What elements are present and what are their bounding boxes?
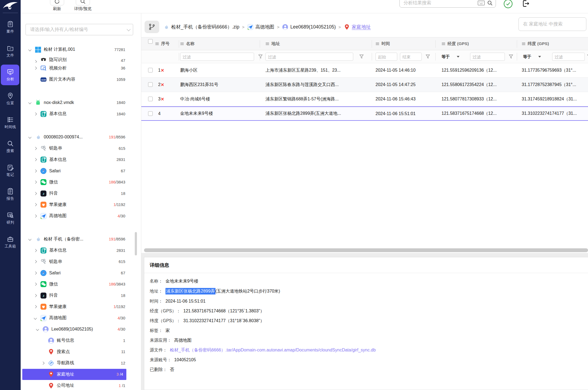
- tree-item[interactable]: OCR 图片文本内容 1059: [21, 74, 141, 85]
- table-row[interactable]: 1× 鹏海小区 上海市浦东新区五星路239、151、23... 2024-11-…: [141, 63, 588, 78]
- tree-expand-icon[interactable]: [34, 61, 40, 63]
- refresh-button[interactable]: 刷新: [50, 0, 64, 11]
- time-start-input[interactable]: [376, 53, 397, 61]
- tree-expand-icon[interactable]: [34, 283, 40, 285]
- tree-scrollbar[interactable]: [135, 232, 137, 255]
- tree-expand-icon[interactable]: [36, 328, 42, 330]
- tree-item[interactable]: ♪♪ 抖音 18: [21, 188, 141, 199]
- tree-item[interactable]: Safari 67: [21, 267, 141, 279]
- tree-expand-icon[interactable]: [42, 362, 48, 364]
- column-header-name[interactable]: 名称: [180, 37, 195, 50]
- keyboard-icon[interactable]: [478, 0, 485, 6]
- chevron-down-icon[interactable]: [127, 27, 130, 31]
- sidebar-item-location[interactable]: 位置: [0, 87, 21, 111]
- export-icon[interactable]: [522, 0, 530, 8]
- tree-expand-icon[interactable]: [34, 272, 40, 274]
- tree-item[interactable]: 检材 计算机.001 77281: [21, 44, 141, 55]
- tree-expand-icon[interactable]: [34, 170, 40, 172]
- tree-expand-icon[interactable]: [34, 215, 40, 217]
- address-filter-funnel-icon[interactable]: [359, 54, 364, 59]
- tree-expand-icon[interactable]: [34, 147, 40, 150]
- row-checkbox[interactable]: [148, 111, 153, 116]
- tree-expand-icon[interactable]: [34, 113, 40, 115]
- scrollbar-thumb[interactable]: [144, 248, 588, 252]
- sidebar-item-report[interactable]: 报告: [0, 182, 21, 206]
- sidebar-item-timeline[interactable]: 时间线: [0, 111, 21, 135]
- sidebar-item-search[interactable]: 搜索: [0, 135, 21, 158]
- name-filter-funnel-icon[interactable]: [258, 54, 263, 59]
- column-header-index[interactable]: 序号: [155, 37, 170, 50]
- tree-expand-icon[interactable]: [34, 249, 40, 252]
- tree-item[interactable]: ♪♪ 抖音 18: [21, 290, 141, 301]
- analysis-search-input[interactable]: [403, 0, 476, 6]
- tree-item[interactable]: 钥匙串 615: [21, 256, 141, 268]
- longitude-filter-funnel-icon[interactable]: [509, 54, 513, 59]
- sidebar-item-notes[interactable]: 笔记: [0, 158, 21, 182]
- row-checkbox[interactable]: [148, 68, 153, 72]
- search-submit-icon[interactable]: [487, 0, 493, 6]
- sidebar-item-case[interactable]: 案件: [0, 15, 21, 39]
- tree-item[interactable]: i 基本信息 2831: [21, 245, 141, 256]
- tree-expand-icon[interactable]: [34, 294, 40, 297]
- tree-item[interactable]: 高德地图 4/30: [21, 312, 141, 324]
- column-menu-icon[interactable]: [522, 42, 526, 46]
- select-all-checkbox[interactable]: [148, 39, 153, 44]
- longitude-operator-select[interactable]: 等于: [442, 53, 459, 61]
- breadcrumb-item-home-address[interactable]: 家庭地址: [344, 24, 371, 30]
- breadcrumb-item-amap[interactable]: 高德地图: [247, 24, 274, 30]
- column-header-address[interactable]: 地址: [265, 37, 280, 50]
- row-checkbox[interactable]: [148, 97, 153, 101]
- tree-expand-icon[interactable]: [29, 49, 35, 51]
- tree-expand-icon[interactable]: [34, 306, 40, 308]
- name-filter-input[interactable]: [180, 53, 254, 61]
- breadcrumb-item-evidence[interactable]: 检材_手机（备份密码6666）.zip: [163, 24, 239, 30]
- table-row[interactable]: 4 金地未未来9号楼 浦东新区张杨北路2899弄(五洲大道地... 2024-1…: [141, 106, 588, 121]
- address-filter-input[interactable]: [265, 53, 353, 61]
- row-checkbox[interactable]: [148, 82, 153, 87]
- tree-expand-icon[interactable]: [34, 67, 40, 69]
- tree-expand-icon[interactable]: [29, 238, 35, 240]
- tree-item[interactable]: 钥匙串 615: [21, 143, 141, 154]
- tree-item[interactable]: Safari 67: [21, 165, 141, 177]
- tree-item[interactable]: 搜索点 11: [21, 346, 141, 358]
- tree-item[interactable]: 微信 186/3843: [21, 279, 141, 290]
- tree-item[interactable]: 苹果健康 1/1192: [21, 199, 141, 211]
- tree-item[interactable]: 视频分析 36: [21, 63, 141, 74]
- column-menu-icon[interactable]: [265, 42, 270, 46]
- tree-item[interactable]: 导航路线 12: [21, 357, 141, 369]
- tree-expand-icon[interactable]: [34, 158, 40, 161]
- table-row[interactable]: 2× 鹏海西区231弄31号 浦东新区陈春东路与莲溪路交叉口西... 2024-…: [141, 78, 588, 92]
- tree-expand-icon[interactable]: [34, 181, 40, 183]
- latitude-filter-input[interactable]: [552, 53, 585, 61]
- tree-expand-icon[interactable]: [34, 204, 40, 206]
- tree-item[interactable]: i 基本信息 2831: [21, 154, 141, 166]
- tree-item[interactable]: 00008020-000974... 191/8596: [21, 132, 141, 143]
- latitude-filter-funnel-icon[interactable]: [587, 54, 588, 59]
- column-menu-icon[interactable]: [442, 42, 446, 46]
- sidebar-item-toolbox[interactable]: 工具箱: [0, 230, 21, 254]
- latitude-operator-select[interactable]: 等于: [523, 53, 541, 61]
- tree-item[interactable]: Lee0689(104052105) 4/30: [21, 324, 141, 335]
- column-header-longitude[interactable]: 经度 (GPS): [442, 37, 469, 50]
- sidebar-item-files[interactable]: 文件: [0, 39, 21, 63]
- tree-expand-icon[interactable]: [34, 261, 40, 263]
- tree-item[interactable]: 公司地址 1 /1: [21, 380, 141, 390]
- sidebar-item-judge[interactable]: 研判: [0, 206, 21, 230]
- column-header-time[interactable]: 时间: [376, 37, 390, 50]
- tree-item[interactable]: 微信 186/3843: [21, 177, 141, 188]
- table-row[interactable]: 3× 中冶·尚城6号楼 浦东新区繁锦路688弄1-57号(洲海路... 2024…: [141, 92, 588, 106]
- scope-search-input[interactable]: [523, 21, 582, 27]
- tree-item[interactable]: 高德地图 4/30: [21, 210, 141, 222]
- tree-item[interactable]: i 基本信息 1840: [21, 108, 141, 120]
- tree-item[interactable]: nox-disk2.vmdk 1840: [21, 97, 141, 109]
- column-menu-icon[interactable]: [155, 42, 159, 46]
- column-header-latitude[interactable]: 纬度 (GPS): [522, 37, 549, 50]
- tree-item[interactable]: 账号信息 1: [21, 335, 141, 346]
- horizontal-scrollbar[interactable]: [141, 248, 588, 253]
- column-menu-icon[interactable]: [180, 42, 184, 46]
- tree-item[interactable]: 苹果健康 1/1192: [21, 301, 141, 313]
- time-filter-funnel-icon[interactable]: [426, 54, 430, 59]
- detail-preview-button[interactable]: 详情/预览: [74, 0, 92, 11]
- tree-search-input[interactable]: [30, 27, 127, 33]
- sidebar-item-analysis[interactable]: 分析: [0, 63, 21, 87]
